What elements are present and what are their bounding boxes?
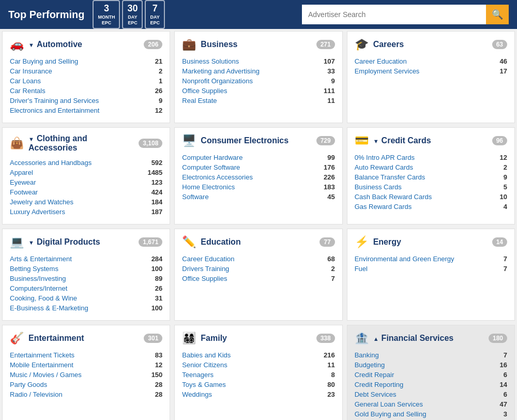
search-button[interactable]: 🔍 bbox=[486, 5, 509, 24]
list-item[interactable]: Radio / Television28 bbox=[10, 389, 162, 399]
epc-7day-button[interactable]: 7DAYEPC bbox=[145, 0, 165, 28]
list-item[interactable]: Weddings23 bbox=[182, 389, 334, 399]
list-item[interactable]: Office Supplies111 bbox=[182, 86, 334, 96]
item-count: 7 bbox=[492, 351, 507, 359]
list-item[interactable]: Car Buying and Selling21 bbox=[10, 56, 162, 66]
category-toggle-automotive[interactable]: ▼ bbox=[28, 42, 36, 48]
list-item[interactable]: Career Education46 bbox=[355, 56, 507, 66]
list-item[interactable]: General Loan Services47 bbox=[355, 399, 507, 409]
consumer-electronics-icon: 🖥️ bbox=[182, 134, 196, 147]
category-panel-clothing: 👜▼ Clothing and Accessories3,108Accessor… bbox=[2, 127, 170, 224]
item-count: 89 bbox=[147, 275, 162, 282]
list-item[interactable]: Computer Software176 bbox=[182, 162, 334, 172]
item-name: Party Goods bbox=[10, 381, 47, 388]
list-item[interactable]: Electronics and Entertainment12 bbox=[10, 106, 162, 115]
list-item[interactable]: Senior Citizens11 bbox=[182, 360, 334, 370]
category-title-entertainment: Entertainment bbox=[28, 334, 138, 343]
list-item[interactable]: Gold Buying and Selling3 bbox=[355, 409, 507, 419]
item-count: 83 bbox=[147, 351, 162, 359]
list-item[interactable]: Business/Investing89 bbox=[10, 274, 162, 283]
item-name: Office Supplies bbox=[182, 87, 227, 95]
list-item[interactable]: Computer Hardware99 bbox=[182, 153, 334, 162]
item-name: Computer Software bbox=[182, 163, 240, 171]
category-title-family: Family bbox=[201, 334, 310, 343]
list-item[interactable]: Environmental and Green Energy7 bbox=[355, 254, 507, 264]
list-item[interactable]: Babies and Kids216 bbox=[182, 350, 334, 360]
list-item[interactable]: Betting Systems100 bbox=[10, 264, 162, 274]
list-item[interactable]: Teenagers8 bbox=[182, 370, 334, 380]
list-item[interactable]: Jewelry and Watches184 bbox=[10, 197, 162, 207]
list-item[interactable]: Credit Repair6 bbox=[355, 370, 507, 380]
item-count: 1 bbox=[147, 77, 162, 85]
list-item[interactable]: Footwear424 bbox=[10, 187, 162, 197]
list-item[interactable]: Electronics Accessories226 bbox=[182, 172, 334, 182]
item-name: Career Education bbox=[355, 57, 407, 65]
list-item[interactable]: Mobile Entertainment12 bbox=[10, 360, 162, 370]
list-item[interactable]: Fuel7 bbox=[355, 264, 507, 274]
item-name: Computer Hardware bbox=[182, 154, 242, 161]
list-item[interactable]: Business Cards5 bbox=[355, 182, 507, 192]
list-item[interactable]: Cooking, Food & Wine31 bbox=[10, 293, 162, 303]
list-item[interactable]: Credit Reporting14 bbox=[355, 380, 507, 389]
list-item[interactable]: Drivers Training2 bbox=[182, 264, 334, 274]
list-item[interactable]: Car Loans1 bbox=[10, 76, 162, 86]
list-item[interactable]: Employment Services17 bbox=[355, 66, 507, 76]
item-name: Credit Reporting bbox=[355, 381, 404, 388]
category-panel-entertainment: 🎸Entertainment301Entertainment Tickets83… bbox=[2, 325, 170, 420]
list-item[interactable]: Apparel1485 bbox=[10, 168, 162, 177]
automotive-icon: 🚗 bbox=[10, 38, 24, 51]
category-toggle-clothing[interactable]: ▼ bbox=[28, 136, 36, 142]
entertainment-icon: 🎸 bbox=[10, 332, 24, 345]
list-item[interactable]: Nonprofit Organizations9 bbox=[182, 76, 334, 86]
list-item[interactable]: Car Insurance2 bbox=[10, 66, 162, 76]
list-item[interactable]: Real Estate11 bbox=[182, 96, 334, 106]
category-items-entertainment: Entertainment Tickets83Mobile Entertainm… bbox=[10, 350, 162, 399]
item-name: Electronics Accessories bbox=[182, 173, 253, 181]
item-count: 33 bbox=[320, 67, 335, 75]
list-item[interactable]: Entertainment Tickets83 bbox=[10, 350, 162, 360]
list-item[interactable]: Budgeting16 bbox=[355, 360, 507, 370]
list-item[interactable]: Career Education68 bbox=[182, 254, 334, 264]
item-name: Luxury Advertisers bbox=[10, 208, 65, 216]
list-item[interactable]: Home Electronics183 bbox=[182, 182, 334, 192]
item-name: Driver's Training and Services bbox=[10, 97, 99, 104]
category-items-family: Babies and Kids216Senior Citizens11Teena… bbox=[182, 350, 334, 399]
category-toggle-credit-cards[interactable]: ▼ bbox=[373, 138, 381, 144]
epc-30day-button[interactable]: 30DAYEPC bbox=[122, 0, 143, 28]
list-item[interactable]: Software45 bbox=[182, 192, 334, 202]
list-item[interactable]: Driver's Training and Services9 bbox=[10, 96, 162, 106]
list-item[interactable]: Accessories and Handbags592 bbox=[10, 158, 162, 168]
epc-3month-button[interactable]: 3MONTHEPC bbox=[93, 0, 120, 28]
item-count: 1485 bbox=[147, 169, 162, 176]
category-toggle-financial-services[interactable]: ▲ bbox=[373, 336, 381, 342]
list-item[interactable]: Car Rentals26 bbox=[10, 86, 162, 96]
clothing-icon: 👜 bbox=[10, 137, 24, 150]
list-item[interactable]: Music / Movies / Games150 bbox=[10, 370, 162, 380]
list-item[interactable]: Toys & Games80 bbox=[182, 380, 334, 389]
search-input[interactable] bbox=[302, 5, 486, 24]
list-item[interactable]: Arts & Entertainment284 bbox=[10, 254, 162, 264]
list-item[interactable]: Debt Services6 bbox=[355, 389, 507, 399]
item-count: 5 bbox=[492, 183, 507, 191]
category-panel-automotive: 🚗▼ Automotive206Car Buying and Selling21… bbox=[2, 31, 170, 123]
category-toggle-digital-products[interactable]: ▼ bbox=[28, 239, 36, 246]
item-name: Career Education bbox=[182, 255, 234, 263]
list-item[interactable]: 0% Intro APR Cards12 bbox=[355, 153, 507, 162]
list-item[interactable]: Gas Reward Cards4 bbox=[355, 202, 507, 212]
category-count-digital-products: 1,671 bbox=[139, 237, 162, 247]
list-item[interactable]: Marketing and Advertising33 bbox=[182, 66, 334, 76]
list-item[interactable]: Party Goods28 bbox=[10, 380, 162, 389]
list-item[interactable]: Auto Reward Cards2 bbox=[355, 162, 507, 172]
list-item[interactable]: Business Solutions107 bbox=[182, 56, 334, 66]
list-item[interactable]: Computers/Internet26 bbox=[10, 283, 162, 293]
list-item[interactable]: Balance Transfer Cards9 bbox=[355, 172, 507, 182]
list-item[interactable]: Banking7 bbox=[355, 350, 507, 360]
list-item[interactable]: E-Business & E-Marketing100 bbox=[10, 303, 162, 313]
category-count-financial-services: 180 bbox=[489, 334, 507, 343]
digital-products-icon: 💻 bbox=[10, 235, 24, 249]
list-item[interactable]: Eyewear123 bbox=[10, 177, 162, 187]
list-item[interactable]: Luxury Advertisers187 bbox=[10, 207, 162, 217]
list-item[interactable]: Office Supplies7 bbox=[182, 274, 334, 283]
item-count: 9 bbox=[320, 77, 335, 85]
list-item[interactable]: Cash Back Reward Cards10 bbox=[355, 192, 507, 202]
